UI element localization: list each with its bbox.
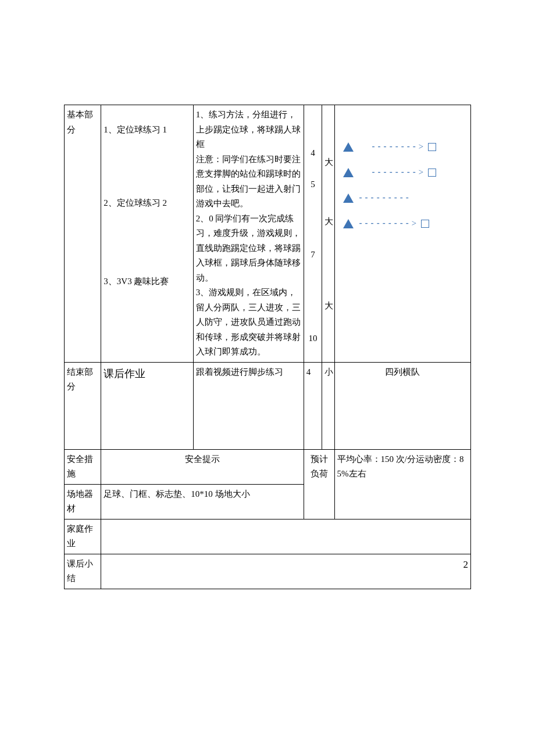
count-value: 4 xyxy=(304,362,322,449)
section-label: 安全措施 xyxy=(65,449,101,484)
formation-cell: 四列横队 xyxy=(334,362,470,449)
section-label: 基本部分 xyxy=(65,105,101,363)
method-text: 1、练习方法，分组进行，上步踢定位球，将球踢人球框 xyxy=(196,108,301,152)
count-value: 7 xyxy=(306,248,320,263)
goal-icon xyxy=(421,220,429,228)
triangle-icon xyxy=(343,142,354,152)
count-cell: 4 5 7 10 xyxy=(304,105,322,363)
triangle-icon xyxy=(343,219,354,228)
count-value: 5 xyxy=(306,177,320,192)
intensity-cell: 大 大 大 xyxy=(322,105,334,363)
method-cell: 1、练习方法，分组进行，上步踢定位球，将球踢人球框 注意：同学们在练习时要注意支… xyxy=(193,105,304,363)
goal-icon xyxy=(428,143,436,151)
homework-cell xyxy=(101,519,471,554)
dash-arrow-icon: -------- xyxy=(371,139,418,155)
arrowhead-icon: > xyxy=(419,139,423,155)
intensity-value: 大 xyxy=(324,299,331,314)
safety-cell: 安全提示 xyxy=(101,449,304,484)
triangle-icon xyxy=(343,194,354,203)
count-value: 4 xyxy=(306,146,320,161)
goal-icon xyxy=(428,169,436,177)
dash-line-icon: --------- xyxy=(358,191,411,206)
section-label: 场地器材 xyxy=(65,484,101,519)
equipment-cell: 足球、门框、标志垫、10*10 场地大小 xyxy=(101,484,304,519)
activities-cell: 1、定位球练习 1 2、定位球练习 2 3、3V3 趣味比赛 xyxy=(101,105,193,363)
intensity-value: 大 xyxy=(324,155,331,170)
activity-item: 3、3V3 趣味比赛 xyxy=(104,274,190,289)
table-row: 基本部分 1、定位球练习 1 2、定位球练习 2 3、3V3 趣味比赛 1、练习… xyxy=(65,105,471,363)
arrowhead-icon: > xyxy=(412,216,416,231)
activity-item: 1、定位球练习 1 xyxy=(104,123,190,138)
section-label: 课后小结 xyxy=(65,554,101,589)
diagram-row: -------- > xyxy=(343,160,468,185)
method-text: 注意：同学们在练习时要注意支撑脚的站位和踢球时的部位，让我们一起进入射门游戏中去… xyxy=(196,152,301,212)
method-text: 2、0 同学们有一次完成练习，难度升级，游戏规则，直线助跑踢定位球，将球踢入球框… xyxy=(196,212,301,286)
lesson-plan-table: 基本部分 1、定位球练习 1 2、定位球练习 2 3、3V3 趣味比赛 1、练习… xyxy=(64,105,471,589)
arrowhead-icon: > xyxy=(419,165,423,180)
load-value: 平均心率：150 次/分运动密度：85%左右 xyxy=(334,449,470,519)
intensity-value: 小 xyxy=(322,362,334,449)
load-label: 预计负荷 xyxy=(304,449,334,519)
page-number: 2 xyxy=(101,554,471,589)
section-label: 家庭作业 xyxy=(65,519,101,554)
section-label: 结束部分 xyxy=(65,362,101,449)
table-row: 结束部分 课后作业 跟着视频进行脚步练习 4 小 四列横队 xyxy=(65,362,471,449)
count-value: 10 xyxy=(306,331,320,346)
diagram-row: --------- > xyxy=(343,211,468,237)
method-cell: 跟着视频进行脚步练习 xyxy=(193,362,304,449)
diagram-row: --------- xyxy=(343,185,468,211)
diagram-cell: -------- > -------- > --------- xyxy=(334,105,470,363)
activity-cell: 课后作业 xyxy=(101,362,193,449)
dash-arrow-icon: --------- xyxy=(358,216,411,231)
dash-arrow-icon: -------- xyxy=(371,165,418,180)
activity-item: 2、定位球练习 2 xyxy=(104,196,190,211)
table-row: 安全措施 安全提示 预计负荷 平均心率：150 次/分运动密度：85%左右 xyxy=(65,449,471,484)
table-row: 课后小结 2 xyxy=(65,554,471,589)
diagram-row: -------- > xyxy=(343,134,468,160)
triangle-icon xyxy=(343,168,354,177)
method-text: 3、游戏规则，在区域内，留人分两队，三人进攻，三人防守，进攻队员通过跑动和传球，… xyxy=(196,285,301,360)
table-row: 家庭作业 xyxy=(65,519,471,554)
intensity-value: 大 xyxy=(324,214,331,230)
